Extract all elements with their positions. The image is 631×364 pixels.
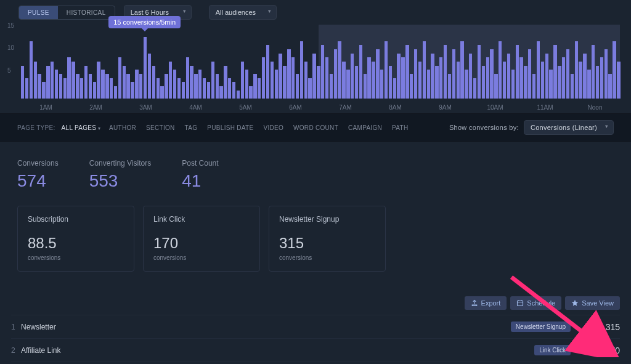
chart-bar [448, 74, 451, 99]
chart-bar [439, 57, 442, 99]
chart-bar [271, 62, 274, 99]
metric-title: Converting Visitors [89, 159, 152, 168]
chart-bar [203, 78, 206, 99]
chart-bar [30, 41, 33, 99]
chart-bar [46, 66, 49, 99]
pulse-tab[interactable]: PULSE [19, 6, 58, 19]
chart-bar [346, 70, 349, 99]
filter-item[interactable]: VIDEO [263, 124, 283, 131]
chart-bar [545, 54, 548, 99]
filter-item[interactable]: WORD COUNT [293, 124, 338, 131]
calendar-icon [516, 299, 524, 307]
filter-item[interactable]: SECTION [146, 124, 175, 131]
conversion-card[interactable]: Subscription88.5conversions [17, 206, 134, 272]
chart-bar [25, 78, 28, 99]
chart-bar [334, 49, 337, 99]
chart-bar [338, 41, 341, 99]
filter-item[interactable]: PUBLISH DATE [207, 124, 253, 131]
chart-bar [275, 70, 278, 99]
conversion-card[interactable]: Link Click170conversions [143, 206, 260, 272]
schedule-button[interactable]: Schedule [510, 296, 561, 310]
chart-bar [228, 78, 231, 99]
chart-bar [524, 66, 527, 99]
chart-bar [245, 70, 248, 99]
export-button[interactable]: Export [465, 296, 507, 310]
chart-x-ticks: 1AM2AM3AM4AM5AM6AM7AM8AM9AM10AM11AMNoon [21, 104, 620, 111]
chart-bar [198, 70, 202, 99]
historical-tab[interactable]: HISTORICAL [58, 6, 115, 19]
chart-bar [528, 49, 531, 99]
action-buttons: Export Schedule Save View [0, 284, 631, 315]
rows-table: 1NewsletterNewsletter Signup3152Affiliat… [0, 315, 631, 364]
chart-bar [38, 74, 41, 99]
audience-select[interactable]: All audiences [209, 5, 277, 20]
row-value: 170 [571, 346, 620, 355]
chart-bar [118, 57, 121, 99]
chart-bar [89, 74, 92, 99]
chart-bar [131, 82, 134, 99]
filter-item[interactable]: TAG [185, 124, 198, 131]
chart-bar [511, 70, 515, 99]
chart-bar [427, 70, 430, 99]
chart-bar [469, 54, 472, 99]
chart-bar [139, 74, 142, 99]
save-view-label: Save View [582, 299, 614, 307]
chart-bar [330, 74, 333, 99]
chart-bar [376, 49, 379, 99]
filter-item[interactable]: PATH [392, 124, 408, 131]
chart-bar [296, 74, 299, 99]
show-conversions-label: Show conversions by: [449, 124, 519, 131]
chart-bar [460, 41, 463, 99]
metric-value: 553 [89, 171, 152, 191]
chart-bar [262, 57, 265, 99]
chart-bar [519, 57, 523, 99]
chart-bar [608, 74, 611, 99]
chart-bar [165, 74, 168, 99]
chart-bar [135, 70, 138, 99]
save-view-button[interactable]: Save View [565, 296, 620, 310]
filter-item[interactable]: CAMPAIGN [348, 124, 382, 131]
chart-bar [51, 62, 54, 99]
chart-bar [186, 57, 189, 99]
table-row[interactable]: 1NewsletterNewsletter Signup315 [11, 315, 620, 338]
chart-bar [219, 86, 222, 99]
chart-bar [553, 45, 556, 99]
chart-tooltip: 15 conversions/5min [108, 16, 181, 28]
chart-bar [401, 57, 404, 99]
card-title: Newsletter Signup [279, 215, 375, 224]
chart-bar [80, 78, 83, 99]
chart-bar [465, 70, 468, 99]
table-row[interactable]: 2Affiliate LinkLink Click170 [11, 338, 620, 362]
chart-bar [405, 45, 409, 99]
chart-bar [364, 74, 367, 99]
chart-bar [304, 62, 307, 99]
filter-item[interactable]: AUTHOR [109, 124, 136, 131]
conversion-card[interactable]: Newsletter Signup315conversions [269, 206, 386, 272]
chart-bar [600, 57, 603, 99]
chart-bar [385, 41, 388, 99]
metrics-row: Conversions574Converting Visitors553Post… [0, 142, 631, 197]
chart-bar [59, 74, 62, 99]
export-label: Export [481, 299, 501, 307]
chart-bar [194, 74, 197, 99]
chart-bar [431, 54, 434, 99]
page-type-select[interactable]: ALL PAGES [58, 123, 104, 132]
chart-bar [351, 54, 354, 99]
chart-bar [490, 49, 493, 99]
chart-bar [596, 66, 599, 99]
chart-bar [97, 62, 100, 99]
chart-bar [452, 49, 455, 99]
chart-bar [258, 78, 261, 99]
table-row[interactable]: 3SubscriptionSubscription88.5 [11, 362, 620, 364]
chart-bar [486, 57, 489, 99]
chart-bar [173, 70, 176, 99]
chart-bar [144, 37, 147, 99]
chart-bar [473, 78, 476, 99]
page-type-label: PAGE TYPE: [17, 124, 55, 131]
chart-bar [105, 74, 108, 99]
chart-bar [211, 62, 214, 99]
chart-bar [579, 62, 582, 99]
chart-bar [287, 49, 290, 99]
chart-bar [84, 66, 88, 99]
show-conversions-select[interactable]: Conversions (Linear) [524, 120, 614, 135]
